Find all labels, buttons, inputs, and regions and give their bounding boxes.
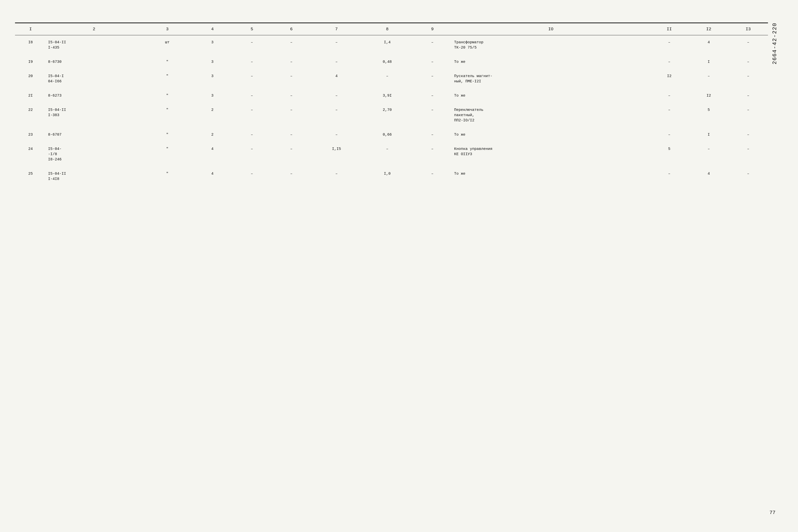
cell-col13: – <box>728 89 768 103</box>
table-row: 24I5-04--I/8I8-246"4––I,I5––Кнопка управ… <box>15 142 768 167</box>
cell-description: То же <box>452 167 650 186</box>
cell-col8: – <box>362 69 413 89</box>
cell-qty: 4 <box>193 167 232 186</box>
cell-qty: 2 <box>193 103 232 128</box>
cell-col6: – <box>271 69 311 89</box>
cell-col13: – <box>728 69 768 89</box>
cell-unit: " <box>142 167 193 186</box>
cell-col12: I <box>689 128 728 142</box>
cell-code: 8-6273 <box>46 89 142 103</box>
cell-unit: " <box>142 69 193 89</box>
header-col-6: 6 <box>271 23 311 35</box>
cell-qty: 3 <box>193 55 232 69</box>
cell-col11: 5 <box>650 142 689 167</box>
cell-unit: " <box>142 128 193 142</box>
cell-col8: 0,48 <box>362 55 413 69</box>
cell-col8: I,0 <box>362 167 413 186</box>
cell-unit: " <box>142 89 193 103</box>
cell-col9: – <box>413 167 452 186</box>
header-col-3: 3 <box>142 23 193 35</box>
cell-col13: – <box>728 142 768 167</box>
cell-col12: – <box>689 69 728 89</box>
header-col-9: 9 <box>413 23 452 35</box>
cell-description: Кнопка управленияКЕ OIIУ3 <box>452 142 650 167</box>
table-row: I98-6730"3–––0,48–То же–I– <box>15 55 768 69</box>
cell-code: 8-6730 <box>46 55 142 69</box>
cell-col5: – <box>232 69 272 89</box>
cell-col7: I,I5 <box>311 142 362 167</box>
cell-qty: 3 <box>193 69 232 89</box>
cell-col13: – <box>728 55 768 69</box>
cell-qty: 3 <box>193 35 232 55</box>
header-col-4: 4 <box>193 23 232 35</box>
header-col-13: I3 <box>728 23 768 35</box>
cell-col13: – <box>728 35 768 55</box>
cell-col9: – <box>413 35 452 55</box>
cell-row-num: I8 <box>15 35 46 55</box>
table-row: 238-6707"2–––0,66–То же–I– <box>15 128 768 142</box>
cell-qty: 3 <box>193 89 232 103</box>
cell-col7: – <box>311 55 362 69</box>
header-col-8: 8 <box>362 23 413 35</box>
header-col-10: IO <box>452 23 650 35</box>
page-container: 2664-42-220 I 2 3 4 5 6 7 8 9 IO II I2 I… <box>15 22 783 523</box>
cell-col12: I <box>689 55 728 69</box>
cell-row-num: 20 <box>15 69 46 89</box>
cell-col11: – <box>650 103 689 128</box>
cell-code: I5-04--I/8I8-246 <box>46 142 142 167</box>
cell-col5: – <box>232 103 272 128</box>
cell-col11: I2 <box>650 69 689 89</box>
document-number-rotated: 2664-42-220 <box>772 22 778 64</box>
cell-row-num: 23 <box>15 128 46 142</box>
cell-row-num: 25 <box>15 167 46 186</box>
cell-col9: – <box>413 69 452 89</box>
cell-code: I5-04-III-4I8 <box>46 167 142 186</box>
cell-col12: 4 <box>689 167 728 186</box>
cell-description: То же <box>452 89 650 103</box>
cell-col8: 3,9I <box>362 89 413 103</box>
cell-col13: – <box>728 103 768 128</box>
cell-col5: – <box>232 35 272 55</box>
cell-col12: I2 <box>689 89 728 103</box>
cell-unit: " <box>142 55 193 69</box>
cell-col6: – <box>271 89 311 103</box>
cell-row-num: 2I <box>15 89 46 103</box>
cell-col9: – <box>413 103 452 128</box>
cell-col5: – <box>232 128 272 142</box>
cell-col9: – <box>413 128 452 142</box>
cell-col7: – <box>311 35 362 55</box>
table-row: I8I5-04-III-435шт3–––I,4–ТрансформаторТК… <box>15 35 768 55</box>
cell-col6: – <box>271 167 311 186</box>
cell-qty: 2 <box>193 128 232 142</box>
header-col-2: 2 <box>46 23 142 35</box>
header-col-1: I <box>15 23 46 35</box>
cell-col7: 4 <box>311 69 362 89</box>
header-col-11: II <box>650 23 689 35</box>
cell-row-num: 22 <box>15 103 46 128</box>
cell-col5: – <box>232 89 272 103</box>
cell-col11: – <box>650 89 689 103</box>
cell-unit: " <box>142 103 193 128</box>
header-row: I 2 3 4 5 6 7 8 9 IO II I2 I3 <box>15 23 768 35</box>
cell-col6: – <box>271 128 311 142</box>
cell-col5: – <box>232 167 272 186</box>
cell-col12: – <box>689 142 728 167</box>
table-row: 25I5-04-III-4I8"4–––I,0–То же–4– <box>15 167 768 186</box>
cell-col7: – <box>311 167 362 186</box>
cell-col11: – <box>650 55 689 69</box>
cell-col6: – <box>271 103 311 128</box>
table-row: 2I8-6273"3–––3,9I–То же–I2– <box>15 89 768 103</box>
cell-col11: – <box>650 128 689 142</box>
cell-col11: – <box>650 35 689 55</box>
cell-code: I5-04-III-383 <box>46 103 142 128</box>
cell-col9: – <box>413 142 452 167</box>
cell-col8: 2,70 <box>362 103 413 128</box>
cell-qty: 4 <box>193 142 232 167</box>
cell-code: I5-04-III-435 <box>46 35 142 55</box>
cell-description: ТрансформаторТК-20 75/5 <box>452 35 650 55</box>
cell-col6: – <box>271 35 311 55</box>
table-row: 20I5–04-I04-I66"3––4––Пускатель магнит-н… <box>15 69 768 89</box>
cell-col5: – <box>232 55 272 69</box>
main-table: I 2 3 4 5 6 7 8 9 IO II I2 I3 I8I5-04-II… <box>15 22 768 186</box>
cell-unit: шт <box>142 35 193 55</box>
